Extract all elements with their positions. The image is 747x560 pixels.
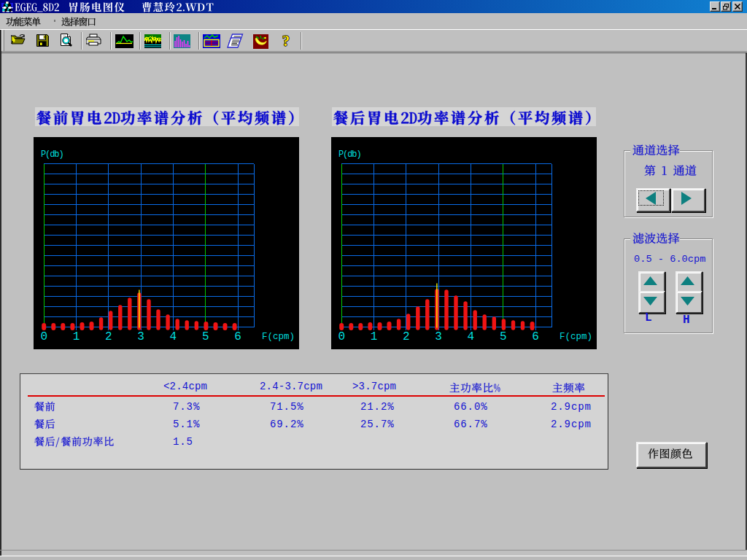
svg-text:4: 4 xyxy=(468,330,475,343)
svg-text:1: 1 xyxy=(73,330,80,343)
svg-text:2: 2 xyxy=(403,330,410,343)
svg-text:1: 1 xyxy=(371,330,378,343)
svg-text:6: 6 xyxy=(532,330,539,343)
svg-text:3: 3 xyxy=(435,330,442,343)
svg-text:?: ? xyxy=(282,33,290,49)
svg-text:F(cpm): F(cpm) xyxy=(560,332,592,342)
svg-text:5: 5 xyxy=(500,330,507,343)
svg-text:3: 3 xyxy=(137,330,144,343)
svg-text:P(db): P(db) xyxy=(41,149,63,160)
svg-text:0: 0 xyxy=(338,330,345,343)
svg-text:5: 5 xyxy=(202,330,209,343)
svg-text:F(cpm): F(cpm) xyxy=(262,332,295,342)
svg-text:P(db): P(db) xyxy=(338,149,361,160)
svg-text:0: 0 xyxy=(40,330,47,343)
svg-text:2: 2 xyxy=(105,330,112,343)
svg-text:6: 6 xyxy=(234,330,241,343)
svg-text:4: 4 xyxy=(170,330,177,343)
